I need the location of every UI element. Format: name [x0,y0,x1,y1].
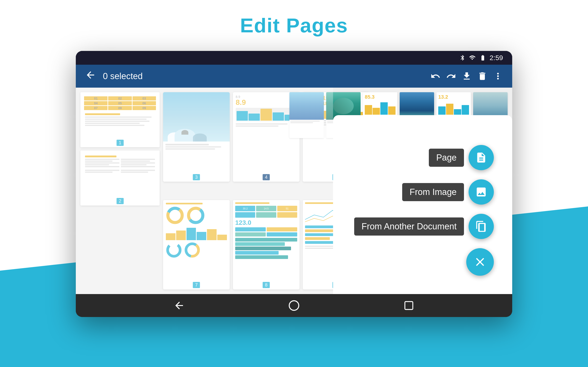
fab-item-from-doc: From Another Document [354,214,494,239]
page-number-8: 8 [262,282,270,288]
page-number-2: 2 [116,198,124,204]
from-image-fab-button[interactable] [468,179,494,205]
page-tooltip[interactable]: Page [429,149,464,167]
doc-thumb-text-1[interactable]: 01 02 03 04 05 06 07 08 09 [80,92,160,147]
wifi-icon [468,55,476,61]
selected-count-label: 0 selected [103,71,424,81]
from-image-tooltip[interactable]: From Image [402,183,464,201]
status-bar: 2:59 [76,51,512,65]
svg-rect-8 [405,302,413,310]
android-device: 2:59 0 selected [76,51,512,317]
doc-thumb-arctic[interactable]: 3 [163,92,230,182]
undo-button[interactable] [431,71,441,81]
redo-button[interactable] [446,71,456,81]
delete-button[interactable] [477,71,487,81]
page-fab-button[interactable] [468,145,494,170]
fab-close-button[interactable] [466,248,494,276]
document-grid-area: 01 02 03 04 05 06 07 08 09 [76,88,512,294]
from-another-document-tooltip[interactable]: From Another Document [354,217,464,236]
doc-thumb-blocks[interactable]: 30.2 14.5 51 123.0 [233,200,300,290]
doc-thumb-right-1[interactable] [289,92,324,138]
page-number-3: 3 [193,174,200,180]
device-frame: 2:59 0 selected [76,51,512,317]
svg-point-4 [168,244,180,256]
bluetooth-icon [459,55,466,61]
fab-item-page: Page [429,145,494,170]
battery-icon [479,55,487,61]
status-time: 2:59 [490,54,503,62]
nav-back-button[interactable] [170,296,188,315]
svg-point-7 [289,301,299,310]
fab-menu: Page From Image [354,145,494,276]
page-title: Edit Pages [240,14,348,37]
doc-thumb-donuts[interactable]: 7 [163,200,230,290]
left-doc-panel: 01 02 03 04 05 06 07 08 09 [80,92,160,209]
page-number-7: 7 [193,282,200,288]
status-icons: 2:59 [459,54,503,62]
nav-recents-button[interactable] [400,296,418,315]
back-button[interactable] [85,69,96,83]
android-nav-bar [76,294,512,317]
fab-item-from-image: From Image [402,179,494,205]
page-number-1: 1 [116,140,124,146]
nav-home-button[interactable] [285,296,303,315]
app-bar: 0 selected [76,65,512,88]
export-button[interactable] [462,71,472,81]
more-button[interactable] [493,71,503,81]
page-number-selected: 4 [262,174,270,180]
from-another-document-fab-button[interactable] [468,214,494,239]
app-bar-actions [431,71,503,81]
doc-thumb-text-2[interactable]: 2 [80,150,160,206]
